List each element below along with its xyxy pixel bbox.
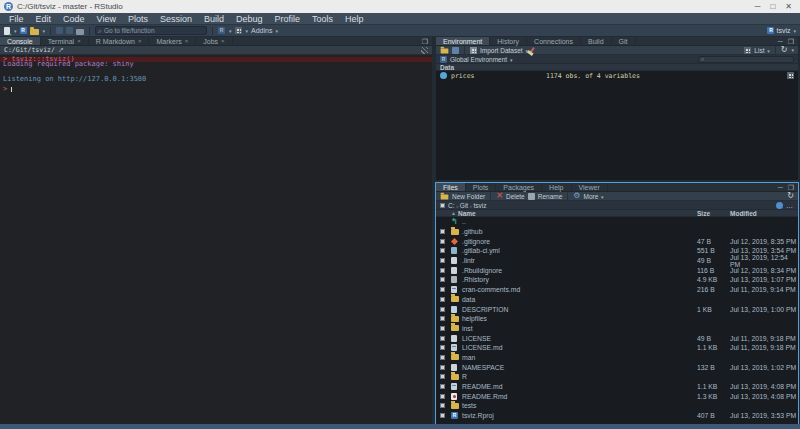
goto-file-function-box[interactable]: ⌕ — [95, 26, 207, 35]
file-name[interactable]: data — [462, 296, 475, 303]
file-row[interactable]: cran-comments.md216 BJul 11, 2019, 9:14 … — [436, 285, 798, 295]
file-name[interactable]: .Rhistory — [462, 276, 489, 283]
close-tab-icon[interactable]: × — [221, 38, 225, 44]
file-checkbox[interactable] — [440, 287, 445, 292]
tab-terminal[interactable]: Terminal× — [41, 37, 89, 45]
file-checkbox[interactable] — [440, 326, 445, 331]
file-row[interactable]: .Rhistory4.9 KBJul 13, 2019, 1:07 PM — [436, 275, 798, 285]
breadcrumb-segment[interactable]: tsviz — [474, 202, 487, 209]
file-checkbox[interactable] — [440, 239, 445, 244]
open-file-caret-icon[interactable]: ▾ — [43, 28, 46, 34]
file-row[interactable]: DESCRIPTION1 KBJul 13, 2019, 1:00 PM — [436, 304, 798, 314]
file-row[interactable]: tests — [436, 401, 798, 411]
save-all-icon[interactable] — [66, 27, 73, 34]
file-row[interactable]: .lintr49 BJul 13, 2019, 12:54 PM — [436, 256, 798, 266]
file-row[interactable]: ↰.. — [436, 217, 798, 227]
open-directory-icon[interactable]: ↗ — [58, 46, 64, 54]
column-header-name[interactable]: Name — [458, 210, 476, 217]
environment-scope-selector[interactable]: Global Environment ▾ — [450, 56, 512, 63]
file-name[interactable]: DESCRIPTION — [462, 306, 508, 313]
panes-layout-icon[interactable] — [235, 27, 242, 34]
file-checkbox[interactable] — [440, 307, 445, 312]
file-checkbox[interactable] — [440, 345, 445, 350]
file-checkbox[interactable] — [440, 258, 445, 263]
print-icon[interactable] — [76, 29, 84, 35]
file-name[interactable]: .. — [462, 218, 466, 225]
menu-item-session[interactable]: Session — [155, 14, 197, 24]
file-row[interactable]: inst — [436, 324, 798, 334]
menu-item-profile[interactable]: Profile — [270, 14, 306, 24]
tab-jobs[interactable]: Jobs× — [196, 37, 232, 45]
minimize-pane-icon[interactable]: ─ — [778, 184, 783, 191]
close-button[interactable]: ✕ — [785, 2, 792, 11]
file-checkbox[interactable] — [440, 297, 445, 302]
project-selector[interactable]: R tsviz▾ — [767, 27, 796, 34]
import-dataset-button[interactable]: Import Dataset ▾ — [480, 47, 528, 54]
file-checkbox[interactable] — [440, 277, 445, 282]
file-checkbox[interactable] — [440, 374, 445, 379]
file-row[interactable]: helpfiles — [436, 314, 798, 324]
open-file-icon[interactable] — [30, 29, 39, 35]
tab-help[interactable]: Help — [542, 183, 571, 191]
menu-item-view[interactable]: View — [92, 14, 121, 24]
file-name[interactable]: inst — [462, 325, 473, 332]
goto-file-function-input[interactable] — [104, 27, 204, 34]
delete-button[interactable]: Delete — [506, 193, 525, 200]
file-checkbox[interactable] — [440, 355, 445, 360]
file-checkbox[interactable] — [440, 413, 445, 418]
file-row[interactable]: LICENSE49 BJul 11, 2019, 9:18 PM — [436, 333, 798, 343]
file-name[interactable]: README.md — [462, 383, 502, 390]
refresh-icon[interactable]: ↻ — [781, 46, 788, 54]
menu-item-plots[interactable]: Plots — [123, 14, 153, 24]
tab-git[interactable]: Git — [612, 37, 636, 45]
file-name[interactable]: tests — [462, 402, 476, 409]
file-checkbox[interactable] — [440, 403, 445, 408]
console-output[interactable]: > tsviz:::tsviz()Loading required packag… — [0, 55, 432, 424]
file-checkbox[interactable] — [440, 268, 445, 273]
refresh-icon[interactable]: ↻ — [787, 192, 794, 200]
file-row[interactable]: README.md1.1 KBJul 13, 2019, 4:08 PM — [436, 382, 798, 392]
file-name[interactable]: NAMESPACE — [462, 364, 504, 371]
tab-environment[interactable]: Environment — [436, 37, 490, 45]
menu-item-code[interactable]: Code — [58, 14, 90, 24]
save-workspace-icon[interactable] — [452, 47, 459, 54]
tab-history[interactable]: History — [490, 37, 527, 45]
file-row[interactable]: LICENSE.md1.1 KBJul 11, 2019, 9:18 PM — [436, 343, 798, 353]
breadcrumb-segment[interactable]: Git — [460, 202, 468, 209]
close-tab-icon[interactable]: × — [138, 38, 142, 44]
tab-connections[interactable]: Connections — [527, 37, 581, 45]
tab-viewer[interactable]: Viewer — [572, 183, 608, 191]
addins-button[interactable]: Addins ▾ — [251, 27, 278, 34]
maximize-pane-icon[interactable]: ❐ — [422, 38, 428, 45]
load-workspace-icon[interactable] — [441, 48, 449, 53]
maximize-pane-icon[interactable]: ❐ — [788, 38, 794, 45]
project-home-icon[interactable] — [776, 202, 783, 209]
minimize-pane-icon[interactable]: ─ — [778, 38, 783, 45]
menu-item-debug[interactable]: Debug — [231, 14, 268, 24]
workspace-icon[interactable]: R — [218, 27, 225, 34]
menu-item-help[interactable]: Help — [340, 14, 369, 24]
file-name[interactable]: man — [462, 354, 475, 361]
file-checkbox[interactable] — [440, 384, 445, 389]
file-name[interactable]: helpfiles — [462, 315, 487, 322]
file-checkbox[interactable] — [440, 336, 445, 341]
sort-ascending-icon[interactable]: ▲ — [451, 210, 456, 216]
file-name[interactable]: .gitignore — [462, 238, 490, 245]
tab-files[interactable]: Files — [436, 183, 466, 191]
file-checkbox[interactable] — [440, 229, 445, 234]
file-checkbox[interactable] — [440, 248, 445, 253]
file-row[interactable]: README.Rmd1.3 KBJul 13, 2019, 4:08 PM — [436, 391, 798, 401]
environment-search-input[interactable] — [704, 57, 791, 62]
minimize-button[interactable]: ─ — [755, 2, 761, 11]
more-button[interactable]: More ▾ — [583, 193, 603, 200]
file-name[interactable]: .github — [462, 228, 482, 235]
file-row[interactable]: Rtsviz.Rproj407 BJul 13, 2019, 3:53 PM — [436, 411, 798, 421]
file-row[interactable]: NAMESPACE132 BJul 13, 2019, 1:02 PM — [436, 362, 798, 372]
file-row[interactable]: .Rbuildignore116 BJul 12, 2019, 8:34 PM — [436, 265, 798, 275]
clear-objects-icon[interactable] — [529, 47, 535, 54]
file-name[interactable]: .lintr — [462, 257, 475, 264]
list-view-button[interactable]: List ▾ — [754, 47, 769, 54]
file-name[interactable]: cran-comments.md — [462, 286, 520, 293]
more-columns-icon[interactable]: … — [786, 202, 794, 209]
column-header-size[interactable]: Size — [697, 210, 710, 217]
